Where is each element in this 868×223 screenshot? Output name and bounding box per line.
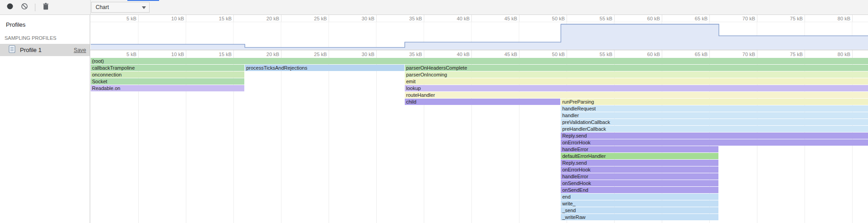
ruler-tick <box>329 50 329 58</box>
profiles-sidebar: Profiles SAMPLING PROFILES Profile 1 Sav… <box>0 15 90 223</box>
flame-frame-send[interactable]: _send <box>561 207 718 214</box>
flame-frame-handler[interactable]: handler <box>561 112 868 119</box>
flame-frame-runpreparsing[interactable]: runPreParsing <box>561 99 868 105</box>
active-tab-indicator <box>127 0 159 1</box>
flame-frame-handlerequest[interactable]: handleRequest <box>561 105 868 112</box>
flame-frame-onsendend[interactable]: onSendEnd <box>561 187 718 193</box>
toolbar-divider <box>90 0 91 15</box>
profile-document-icon <box>9 45 16 55</box>
flamechart-canvas[interactable]: (root)callbackTrampolineprocessTicksAndR… <box>90 58 868 223</box>
ruler-tick-label: 25 kB <box>302 52 327 57</box>
ruler-tick <box>138 15 139 22</box>
ruler-tick <box>233 50 234 58</box>
flame-frame-writeraw[interactable]: _writeRaw <box>561 214 718 220</box>
ruler-tick-label: 20 kB <box>255 16 279 21</box>
trash-icon <box>43 3 49 12</box>
ruler-tick-label: 30 kB <box>350 52 374 57</box>
flame-frame-prevalidationcallback[interactable]: preValidationCallback <box>561 119 868 125</box>
flame-frame-onerrorhook[interactable]: onErrorHook <box>561 166 718 173</box>
flamechart-grid-line <box>376 58 377 223</box>
flame-frame-child[interactable]: child <box>405 99 560 105</box>
ruler-tick <box>281 15 281 22</box>
flame-frame-reply-send[interactable]: Reply.send <box>561 133 868 139</box>
flame-frame-root[interactable]: (root) <box>91 58 868 64</box>
ruler-tick <box>805 50 805 58</box>
flame-frame-onerrorhook[interactable]: onErrorHook <box>561 139 868 146</box>
flame-frame-defaulterrorhandler[interactable]: defaultErrorHandler <box>561 153 718 159</box>
flame-frame-onconnection[interactable]: onconnection <box>91 71 244 78</box>
ruler-tick <box>852 50 853 58</box>
ruler-tick <box>376 15 377 22</box>
ruler-tick-label: 70 kB <box>731 52 755 57</box>
flame-frame-processticksandrejections[interactable]: processTicksAndRejections <box>245 65 404 71</box>
ruler-tick-label: 15 kB <box>207 52 232 57</box>
ruler-tick <box>567 50 567 58</box>
flame-frame-lookup[interactable]: lookup <box>405 85 868 91</box>
ruler-tick-label: 40 kB <box>445 52 470 57</box>
ruler-tick-label: 65 kB <box>683 52 708 57</box>
ruler-tick <box>662 15 662 22</box>
ruler-tick-label: 70 kB <box>731 16 755 21</box>
ruler-tick <box>471 15 472 22</box>
flame-frame-emit[interactable]: emit <box>405 78 868 85</box>
ruler-tick <box>805 15 805 22</box>
ruler-tick-label: 60 kB <box>635 52 660 57</box>
ruler-tick-label: 5 kB <box>112 16 136 21</box>
ruler-tick-label: 30 kB <box>350 16 374 21</box>
toolbar: Chart <box>0 0 868 15</box>
flame-frame-reply-send[interactable]: Reply.send <box>561 160 718 166</box>
record-icon <box>6 3 14 12</box>
ruler-tick <box>138 50 139 58</box>
flame-frame-socket[interactable]: Socket <box>91 78 244 85</box>
profile-item-profile-1[interactable]: Profile 1 Save <box>0 44 90 56</box>
flame-frame-readable-on[interactable]: Readable.on <box>91 85 244 91</box>
ruler-tick-label: 80 kB <box>826 52 850 57</box>
flame-frame-callbacktrampoline[interactable]: callbackTrampoline <box>91 65 244 71</box>
flame-frame-handleerror[interactable]: handleError <box>561 173 718 180</box>
ruler-tick <box>424 15 424 22</box>
ruler-tick-label: 75 kB <box>778 16 803 21</box>
ruler-tick <box>329 15 329 22</box>
ruler-tick-label: 45 kB <box>493 52 517 57</box>
delete-profile-button[interactable] <box>42 3 50 11</box>
ruler-tick-label: 5 kB <box>112 52 136 57</box>
sampling-profiles-header: SAMPLING PROFILES <box>0 28 90 44</box>
overview-timeline[interactable] <box>90 22 868 50</box>
flame-frame-parseronheaderscomplete[interactable]: parserOnHeadersComplete <box>405 65 868 71</box>
ruler-tick-label: 60 kB <box>635 16 660 21</box>
ruler-tick-label: 35 kB <box>398 52 422 57</box>
ruler-tick-label: 80 kB <box>826 16 850 21</box>
profile-name: Profile 1 <box>20 47 70 53</box>
flame-frame-parseronincoming[interactable]: parserOnIncoming <box>405 71 868 78</box>
ruler-tick <box>376 50 377 58</box>
flame-frame-handleerror[interactable]: handleError <box>561 146 718 152</box>
flame-frame-end[interactable]: end <box>561 194 718 200</box>
flamechart-grid-line <box>329 58 329 223</box>
ruler-tick-label: 45 kB <box>493 16 517 21</box>
save-link[interactable]: Save <box>74 47 86 53</box>
ruler-tick-label: 50 kB <box>540 52 565 57</box>
flamechart-pane: 5 kB10 kB15 kB20 kB25 kB30 kB35 kB40 kB4… <box>90 15 868 223</box>
flame-frame-write[interactable]: write_ <box>561 200 718 207</box>
chart-view-select[interactable]: Chart <box>91 2 150 13</box>
record-button[interactable] <box>6 3 14 11</box>
ruler-tick <box>757 15 757 22</box>
flame-frame-prehandlercallback[interactable]: preHandlerCallback <box>561 126 868 132</box>
flame-frame-routehandler[interactable]: routeHandler <box>405 92 868 98</box>
ruler-tick-label: 55 kB <box>588 52 612 57</box>
profiles-title: Profiles <box>0 15 90 28</box>
ruler-tick <box>757 50 757 58</box>
flamechart-ruler: 5 kB10 kB15 kB20 kB25 kB30 kB35 kB40 kB4… <box>90 50 868 58</box>
ruler-tick <box>519 50 519 58</box>
toolbar-left-group <box>0 3 90 11</box>
clear-icon <box>21 3 28 12</box>
memory-profiler-panel: Chart Profiles SAMPLING PROFILES Profile <box>0 0 868 223</box>
ruler-tick <box>233 15 234 22</box>
clear-profiles-button[interactable] <box>20 3 29 11</box>
ruler-tick <box>424 50 424 58</box>
ruler-tick <box>709 15 710 22</box>
dropdown-arrow-icon <box>142 4 146 10</box>
ruler-tick <box>519 15 519 22</box>
flame-frame-onsendhook[interactable]: onSendHook <box>561 180 718 186</box>
ruler-tick-label: 55 kB <box>588 16 612 21</box>
